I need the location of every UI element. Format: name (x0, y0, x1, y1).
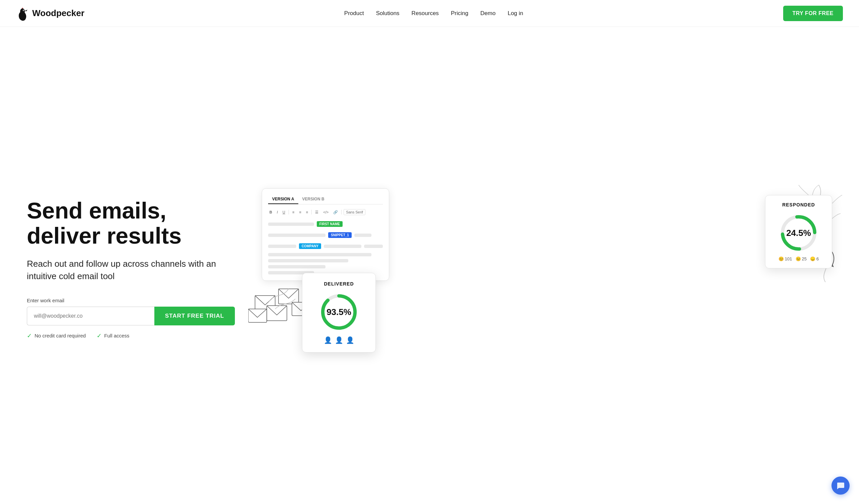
align-left-btn[interactable]: ≡ (291, 209, 296, 215)
trust-badges: ✓ No credit card required ✓ Full access (27, 332, 235, 340)
svg-rect-8 (267, 305, 287, 321)
smiley-icon: 😊 (779, 256, 784, 262)
nav-solutions[interactable]: Solutions (376, 10, 399, 17)
toolbar-sep-1 (289, 210, 289, 215)
align-center-btn[interactable]: ≡ (298, 209, 302, 215)
email-content-lines: FIRST NAME SNIPPET_1 COMPANY (268, 220, 383, 274)
check-icon-2: ✓ (97, 332, 102, 340)
hero-left: Send emails, deliver results Reach out a… (27, 198, 235, 340)
hero-headline: Send emails, deliver results (27, 198, 235, 248)
svg-rect-9 (278, 289, 299, 304)
responded-donut: 24.5% (779, 213, 819, 253)
svg-rect-7 (255, 296, 275, 311)
font-select[interactable]: Sans Serif (344, 209, 365, 215)
email-form: START FREE TRIAL (27, 306, 235, 326)
badge-no-cc-text: No credit card required (34, 333, 86, 338)
hero-subheadline: Reach out and follow up across channels … (27, 258, 235, 283)
line-snippet: SNIPPET_1 (268, 232, 383, 238)
responded-title: RESPONDED (771, 202, 826, 207)
editor-toolbar: B I U ≡ ≡ ≡ ☰ </> 🔗 Sans Serif (268, 209, 383, 215)
logo-icon (16, 5, 29, 21)
tab-version-a[interactable]: VERSION A (268, 195, 298, 204)
content-line-2 (268, 259, 348, 263)
line-company: COMPANY (268, 243, 383, 249)
start-trial-button[interactable]: START FREE TRIAL (154, 306, 235, 326)
italic-btn[interactable]: I (275, 209, 279, 215)
delivered-donut: 93.5% (319, 292, 359, 332)
line-suffix2 (355, 234, 372, 237)
badge-no-cc: ✓ No credit card required (27, 332, 86, 340)
user-icon-1: 👤 (324, 336, 332, 344)
bold-btn[interactable]: B (268, 209, 273, 215)
underline-btn[interactable]: U (281, 209, 287, 215)
responded-card: RESPONDED 24.5% 😊 101 😐 25 😞 (765, 195, 832, 268)
company-tag: COMPANY (299, 243, 321, 249)
badge-full-access-text: Full access (104, 333, 130, 338)
badge-full-access: ✓ Full access (97, 332, 130, 340)
user-icon-2: 👤 (335, 336, 343, 344)
sentiment-row: 😊 101 😐 25 😞 6 (771, 256, 826, 262)
nav-cta-button[interactable]: TRY FOR FREE (783, 6, 843, 21)
list-btn[interactable]: ☰ (314, 209, 320, 215)
content-line-1 (268, 253, 372, 256)
frown-icon: 😞 (810, 256, 815, 262)
chat-icon (836, 481, 845, 490)
toolbar-sep-3 (341, 210, 342, 215)
svg-rect-10 (248, 309, 267, 322)
navbar: Woodpecker Product Solutions Resources P… (0, 0, 859, 27)
line-prefix (268, 222, 314, 226)
sentiment-positive: 😊 101 (779, 256, 792, 262)
line-suffix4 (364, 245, 383, 248)
email-input[interactable] (27, 306, 154, 326)
email-editor-card: VERSION A VERSION B B I U ≡ ≡ ≡ ☰ </> 🔗 … (262, 188, 389, 281)
nav-demo[interactable]: Demo (481, 10, 496, 17)
nav-login[interactable]: Log in (508, 10, 523, 17)
hero-right: VERSION A VERSION B B I U ≡ ≡ ≡ ☰ </> 🔗 … (248, 182, 832, 356)
link-btn[interactable]: 🔗 (332, 209, 339, 215)
svg-marker-5 (25, 10, 28, 11)
code-btn[interactable]: </> (322, 209, 330, 215)
nav-product[interactable]: Product (344, 10, 364, 17)
line-first-name: FIRST NAME (268, 221, 383, 227)
editor-tabs: VERSION A VERSION B (268, 195, 383, 204)
email-label: Enter work email (27, 298, 235, 303)
content-line-3 (268, 265, 326, 268)
nav-resources[interactable]: Resources (411, 10, 439, 17)
hero-section: Send emails, deliver results Reach out a… (0, 27, 859, 504)
logo-text: Woodpecker (32, 8, 85, 18)
align-right-btn[interactable]: ≡ (305, 209, 310, 215)
delivered-icons: 👤 👤 👤 (309, 336, 369, 344)
line-suffix3 (324, 245, 361, 248)
delivered-percent: 93.5% (327, 307, 351, 317)
neutral-count: 25 (802, 256, 807, 262)
user-icon-3: 👤 (346, 336, 355, 344)
line-prefix2 (268, 234, 326, 237)
nav-links: Product Solutions Resources Pricing Demo… (344, 10, 523, 17)
logo-link[interactable]: Woodpecker (16, 5, 85, 21)
responded-percent: 24.5% (786, 228, 811, 238)
delivered-title: DELIVERED (309, 281, 369, 286)
negative-count: 6 (816, 256, 819, 262)
positive-count: 101 (785, 256, 792, 262)
sentiment-negative: 😞 6 (810, 256, 819, 262)
svg-point-2 (20, 9, 25, 14)
tab-version-b[interactable]: VERSION B (298, 195, 329, 204)
delivered-card: DELIVERED 93.5% 👤 👤 👤 (302, 273, 376, 352)
snippet-tag: SNIPPET_1 (328, 232, 352, 238)
svg-point-4 (24, 10, 24, 11)
chat-bubble[interactable] (831, 476, 849, 494)
first-name-tag: FIRST NAME (317, 221, 343, 227)
check-icon-1: ✓ (27, 332, 32, 340)
nav-pricing[interactable]: Pricing (451, 10, 468, 17)
neutral-icon: 😐 (796, 256, 801, 262)
line-prefix3 (268, 245, 296, 248)
sentiment-neutral: 😐 25 (796, 256, 807, 262)
